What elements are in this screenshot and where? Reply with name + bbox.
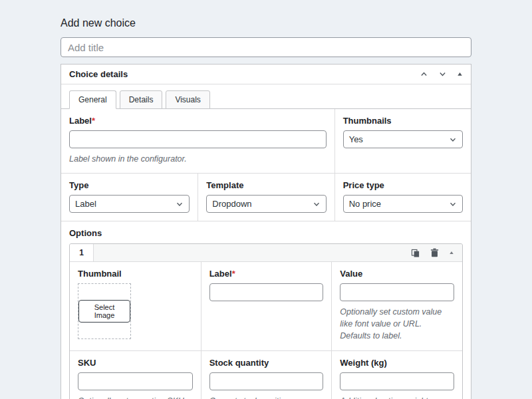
thumbnail-dropzone[interactable]: Select Image — [78, 283, 131, 339]
thumbnails-field-cell: Thumbnails Yes — [334, 109, 471, 173]
metabox-header: Choice details — [61, 65, 471, 84]
price-type-select-value: No price — [349, 199, 381, 209]
required-mark: * — [232, 269, 235, 279]
stock-quantity-input[interactable] — [209, 372, 324, 390]
option-value-field-cell: Value Optionally set custom value like f… — [331, 262, 462, 350]
type-field-label: Type — [69, 180, 190, 190]
sku-help-text: Optionally set an option SKU. — [78, 395, 193, 399]
template-field-cell: Template Dropdown — [198, 174, 334, 221]
label-field-label: Label* — [69, 116, 327, 126]
chevron-up-icon — [420, 70, 428, 78]
price-type-field-cell: Price type No price — [334, 174, 471, 221]
duplicate-option-button[interactable] — [410, 248, 420, 258]
thumbnail-field-cell: Thumbnail Select Image — [70, 262, 201, 350]
weight-help-text: Additional option weight. — [340, 395, 454, 399]
thumbnails-select[interactable]: Yes — [343, 130, 463, 148]
choice-title-input[interactable] — [61, 37, 471, 57]
chevron-down-icon — [312, 200, 321, 209]
thumbnail-field-label: Thumbnail — [78, 269, 193, 279]
metabox-tabs: General Details Visuals — [61, 84, 471, 109]
delete-option-button[interactable] — [430, 248, 439, 257]
type-select[interactable]: Label — [69, 195, 190, 213]
metabox-title: Choice details — [69, 69, 128, 79]
option-fields-row-1: Thumbnail Select Image Label* Value Opti… — [70, 262, 462, 350]
select-image-button[interactable]: Select Image — [78, 300, 130, 323]
collapse-option-button[interactable] — [449, 250, 454, 255]
chevron-down-icon — [175, 200, 184, 209]
chevron-down-icon — [448, 200, 458, 209]
stock-quantity-help-text: Current stock position. — [209, 395, 324, 399]
weight-input[interactable] — [340, 372, 454, 390]
thumbnails-field-label: Thumbnails — [343, 116, 463, 126]
option-value-field-label: Value — [340, 269, 454, 279]
trash-icon — [430, 248, 439, 257]
option-row-header[interactable]: 1 — [70, 244, 462, 262]
tab-details[interactable]: Details — [120, 90, 163, 109]
type-field-cell: Type Label — [61, 174, 198, 221]
chevron-down-icon — [438, 70, 447, 78]
price-type-field-label: Price type — [343, 180, 463, 190]
option-label-input[interactable] — [209, 283, 324, 301]
option-number-badge: 1 — [70, 244, 94, 261]
option-value-help-text: Optionally set custom value like font va… — [340, 306, 454, 342]
option-fields-row-2: SKU Optionally set an option SKU. Stock … — [70, 351, 462, 399]
fields-row-2: Type Label Template Dropdown Price type … — [61, 174, 471, 221]
option-label-field-label: Label* — [209, 269, 324, 279]
page-title: Add new choice — [61, 17, 471, 29]
weight-field-label: Weight (kg) — [340, 358, 454, 368]
label-field-cell: Label* Label shown in the configurator. — [61, 109, 334, 173]
sku-field-cell: SKU Optionally set an option SKU. — [70, 351, 201, 399]
template-select[interactable]: Dropdown — [206, 195, 326, 213]
stock-quantity-field-cell: Stock quantity Current stock position. — [201, 351, 332, 399]
option-row-actions — [410, 244, 462, 261]
stock-quantity-field-label: Stock quantity — [209, 358, 324, 368]
option-value-input[interactable] — [340, 283, 454, 301]
price-type-select[interactable]: No price — [343, 195, 463, 213]
move-up-button[interactable] — [420, 70, 428, 78]
label-help-text: Label shown in the configurator. — [69, 153, 327, 165]
tab-visuals[interactable]: Visuals — [166, 90, 209, 109]
sku-input[interactable] — [78, 372, 193, 390]
weight-field-cell: Weight (kg) Additional option weight. — [331, 351, 462, 399]
triangle-up-icon — [457, 71, 463, 77]
sku-field-label: SKU — [78, 358, 193, 368]
options-label: Options — [69, 228, 463, 238]
collapse-metabox-button[interactable] — [457, 71, 463, 77]
move-down-button[interactable] — [438, 70, 447, 78]
tab-general[interactable]: General — [69, 90, 116, 109]
type-select-value: Label — [75, 199, 96, 209]
option-card-1: 1 Thumbnail — [69, 243, 463, 399]
template-field-label: Template — [206, 180, 326, 190]
required-mark: * — [92, 116, 95, 126]
label-input[interactable] — [69, 130, 327, 148]
add-choice-page: Add new choice Choice details General De… — [61, 17, 471, 399]
fields-row-1: Label* Label shown in the configurator. … — [61, 109, 471, 174]
triangle-up-icon — [449, 250, 454, 255]
metabox-toolbar — [420, 70, 463, 78]
template-select-value: Dropdown — [212, 199, 251, 209]
chevron-down-icon — [448, 135, 458, 144]
duplicate-icon — [410, 248, 420, 258]
choice-details-metabox: Choice details General Details Visuals L… — [61, 64, 471, 399]
options-section: Options 1 — [61, 221, 471, 399]
option-label-field-cell: Label* — [201, 262, 332, 350]
thumbnails-select-value: Yes — [349, 134, 363, 144]
